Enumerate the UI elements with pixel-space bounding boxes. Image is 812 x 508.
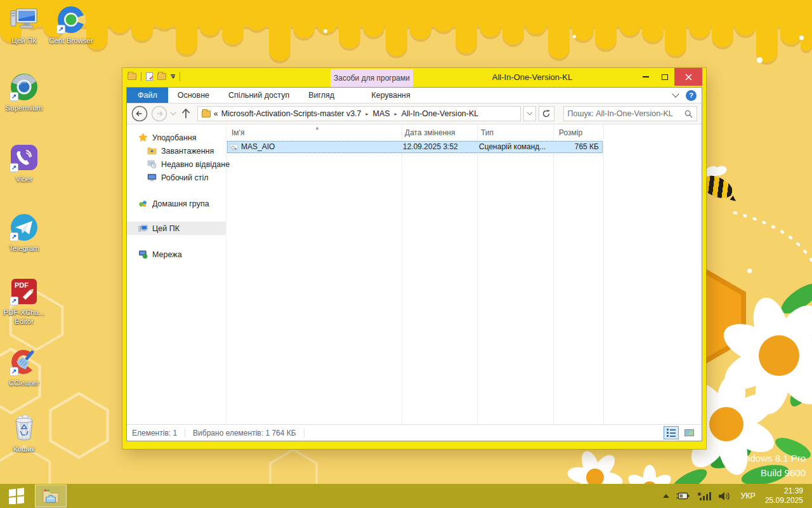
- sidebar-item-label: Домашня група: [152, 199, 209, 208]
- refresh-button[interactable]: [539, 106, 554, 121]
- desktop-icon-label: CCleaner: [0, 378, 48, 387]
- language-indicator[interactable]: УКР: [738, 491, 758, 500]
- column-header-size[interactable]: Розмір: [559, 124, 582, 140]
- column-header-name[interactable]: Ім'я: [232, 124, 244, 140]
- explorer-main: Уподобання Завантаження Недавно відвідан…: [127, 124, 702, 424]
- search-box[interactable]: [563, 106, 697, 121]
- this-pc-icon: [138, 224, 148, 233]
- supermium-icon: ↗: [10, 72, 39, 102]
- battery-icon[interactable]: [676, 491, 690, 500]
- sidebar-item-desktop[interactable]: Робочий стіл: [127, 171, 226, 184]
- sidebar-item-label: Уподобання: [152, 133, 196, 142]
- file-modified: 12.09.2025 3:52: [403, 142, 458, 152]
- up-button[interactable]: [180, 107, 192, 120]
- minimize-button[interactable]: [636, 68, 655, 86]
- new-folder-icon[interactable]: [157, 73, 166, 80]
- window-system-icon[interactable]: [128, 73, 136, 80]
- volume-icon[interactable]: [718, 491, 731, 501]
- address-bar[interactable]: « Microsoft-Activation-Scripts-master v3…: [197, 106, 521, 121]
- desktop-icon-label: Cent Browser: [47, 36, 95, 45]
- breadcrumb-separator-icon[interactable]: ▸: [365, 111, 370, 117]
- caption-buttons: [636, 68, 702, 86]
- tab-file[interactable]: Файл: [127, 88, 168, 103]
- maximize-button[interactable]: [655, 68, 674, 86]
- sidebar-item-homegroup[interactable]: Домашня група: [127, 197, 226, 210]
- breadcrumb-segment-root[interactable]: Microsoft-Activation-Scripts-master v3.7: [221, 109, 362, 118]
- taskbar-clock[interactable]: 21:39 25.09.2025: [765, 486, 806, 505]
- file-type: Сценарій команд...: [479, 142, 546, 152]
- collapse-ribbon-icon[interactable]: [672, 90, 679, 97]
- pdf-xchange-icon: PDF ↗: [10, 277, 39, 306]
- forward-button[interactable]: [151, 105, 167, 122]
- column-header-type[interactable]: Тип: [481, 124, 494, 140]
- show-hidden-icons-button[interactable]: [663, 494, 669, 498]
- homegroup-icon: [138, 199, 148, 208]
- file-row-selected[interactable]: MAS_AIO 12.09.2025 3:52 Сценарій команд.…: [227, 141, 603, 153]
- start-button[interactable]: [0, 484, 33, 508]
- tab-home[interactable]: Основне: [168, 88, 219, 103]
- sidebar-item-label: Робочий стіл: [161, 173, 209, 182]
- status-bar: Елементів: 1 Вибрано елементів: 1 764 КБ: [127, 424, 702, 441]
- desktop-icon-ccleaner[interactable]: ↗ CCleaner: [0, 347, 48, 387]
- desktop-icon-telegram[interactable]: ↗ Telegram: [0, 213, 48, 253]
- clock-date: 25.09.2025: [765, 496, 803, 505]
- tab-share[interactable]: Спільний доступ: [219, 88, 299, 103]
- recent-locations-icon[interactable]: [170, 110, 176, 116]
- sidebar-item-label: Недавно відвідане: [161, 160, 230, 169]
- sidebar-item-downloads[interactable]: Завантаження: [127, 144, 226, 157]
- viber-icon: ↗: [10, 144, 39, 173]
- status-selection-info: Вибрано елементів: 1 764 КБ: [193, 429, 296, 438]
- properties-icon[interactable]: ✓: [146, 72, 153, 81]
- star-icon: [138, 133, 148, 142]
- sidebar-item-favorites[interactable]: Уподобання: [127, 131, 226, 144]
- address-dropdown-button[interactable]: [523, 106, 535, 121]
- back-button[interactable]: [131, 105, 148, 122]
- breadcrumb-separator-icon[interactable]: ▸: [393, 111, 398, 117]
- breadcrumb-segment-current[interactable]: All-In-One-Version-KL: [402, 109, 479, 118]
- downloads-folder-icon: [147, 146, 157, 156]
- sidebar-item-label: Мережа: [152, 250, 182, 259]
- breadcrumb-overflow[interactable]: «: [214, 109, 218, 118]
- desktop-icon-pdf-xchange[interactable]: PDF ↗ PDF-XCha...Editor: [0, 277, 48, 326]
- taskbar-file-explorer-button[interactable]: [35, 485, 67, 507]
- hexagon-outline: [46, 391, 112, 460]
- svg-text:✱: ✱: [697, 491, 702, 497]
- customize-qat-icon[interactable]: [171, 74, 175, 79]
- desktop-icon-recycle-bin[interactable]: Кошик: [0, 413, 48, 453]
- cent-browser-icon: ↗: [56, 5, 86, 34]
- sidebar-item-recent-places[interactable]: Недавно відвідане: [127, 157, 226, 171]
- clock-time: 21:39: [765, 486, 803, 496]
- desktop-icon-cent-browser[interactable]: ↗ Cent Browser: [47, 5, 95, 45]
- tab-view[interactable]: Вигляд: [299, 88, 344, 103]
- svg-text:PDF: PDF: [15, 281, 29, 289]
- contextual-tab-header: Засоби для програми: [331, 69, 413, 87]
- sidebar-item-this-pc[interactable]: Цей ПК: [127, 222, 226, 235]
- shortcut-arrow-icon: ↗: [10, 92, 18, 101]
- file-size: 765 КБ: [575, 142, 599, 152]
- tab-manage[interactable]: Керування: [350, 88, 432, 103]
- thumbnail-view-button[interactable]: [681, 426, 697, 439]
- watermark-edition: Windows 8.1 Pro: [734, 451, 806, 465]
- desktop-icon-this-pc[interactable]: Цей ПК: [0, 5, 48, 45]
- close-button[interactable]: [674, 68, 702, 86]
- column-header-modified[interactable]: Дата змінення: [405, 124, 455, 140]
- quick-access-toolbar: ✓: [128, 72, 180, 81]
- sidebar-item-network[interactable]: Мережа: [127, 248, 226, 261]
- network-signal-icon[interactable]: ✱: [697, 491, 711, 501]
- window-title: All-In-One-Version-KL: [469, 68, 596, 87]
- shortcut-arrow-icon: ↗: [56, 25, 65, 34]
- system-tray: ✱ УКР 21:39 25.09.2025: [663, 486, 812, 505]
- breadcrumb-segment-mas[interactable]: MAS: [373, 109, 390, 118]
- help-icon[interactable]: ?: [686, 90, 697, 101]
- search-icon[interactable]: [684, 110, 693, 118]
- details-view-button[interactable]: [664, 426, 679, 439]
- desktop-icon-viber[interactable]: ↗ Viber: [0, 144, 48, 184]
- shortcut-arrow-icon: ↗: [10, 163, 18, 172]
- window-client-area: Файл Основне Спільний доступ Вигляд Керу…: [126, 87, 702, 441]
- search-input[interactable]: [568, 109, 684, 118]
- desktop-icon-label: Telegram: [0, 244, 48, 253]
- desktop-icon-supermium[interactable]: ↗ Supermium: [0, 72, 48, 112]
- desktop-icon-label: Viber: [0, 175, 48, 184]
- desktop-icon-label: Цей ПК: [0, 36, 48, 45]
- ribbon-tab-row: Файл Основне Спільний доступ Вигляд Керу…: [127, 88, 702, 104]
